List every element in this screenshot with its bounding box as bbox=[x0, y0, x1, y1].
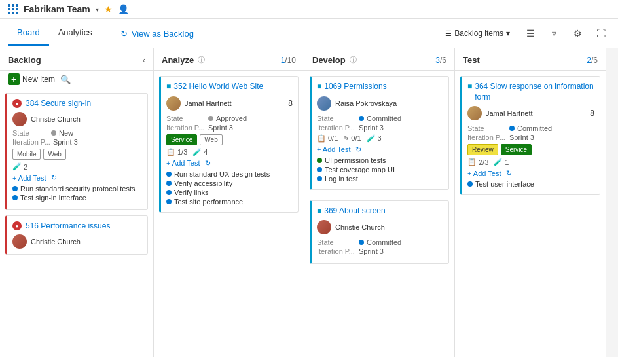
card-1069-avatar-row: Raisa Pokrovskaya bbox=[317, 96, 443, 111]
item-384-state-field: State New bbox=[12, 129, 142, 137]
develop-current: 3 bbox=[435, 56, 440, 65]
card-352-header: ■ 352 Hello World Web Site bbox=[166, 82, 293, 92]
column-test: Test 2/6 ■ 364 Slow response on informat… bbox=[455, 48, 606, 357]
search-icon[interactable]: 🔍 bbox=[60, 75, 71, 84]
test-label-352-3: Verify links bbox=[174, 189, 209, 196]
add-test-364[interactable]: + Add Test bbox=[467, 170, 501, 177]
team-members-icon[interactable]: 👤 bbox=[118, 4, 129, 14]
card-352-num: 8 bbox=[288, 99, 293, 108]
state-dot-384 bbox=[51, 130, 56, 136]
iter-value-352: Sprint 3 bbox=[208, 124, 233, 132]
story-icon-1069: ■ bbox=[317, 82, 321, 91]
test-1069-3: Log in test bbox=[317, 175, 443, 183]
view-as-icon: ↻ bbox=[120, 29, 128, 39]
analyze-title-area: Analyze ⓘ bbox=[162, 55, 205, 65]
story-num-1069: 0/1 bbox=[328, 134, 338, 142]
story-icon-count-352: 📋 bbox=[166, 148, 175, 156]
backlog-title: Backlog bbox=[8, 55, 41, 65]
flask-icon-card-364: 🧪 bbox=[494, 158, 503, 166]
state-value-369: Committed bbox=[367, 238, 401, 246]
card-352-state-field: State Approved bbox=[166, 115, 293, 122]
test-dot-1069-3 bbox=[317, 176, 322, 181]
test-352-2: Verify accessibility bbox=[166, 179, 293, 187]
card-369-state-field: State Committed bbox=[317, 238, 443, 246]
item-384-title[interactable]: 384 Secure sign-in bbox=[26, 99, 91, 108]
tag-review-364: Review bbox=[467, 144, 498, 155]
redirect-1069[interactable]: ↻ bbox=[355, 145, 361, 154]
nav-analytics[interactable]: Analytics bbox=[49, 21, 101, 46]
redirect-384[interactable]: ↻ bbox=[51, 173, 57, 182]
flask-count-card-352: 🧪 4 bbox=[192, 148, 208, 156]
test-counter: 2/6 bbox=[587, 56, 598, 65]
card-364-actions: + Add Test ↻ bbox=[467, 169, 594, 177]
state-dot-369 bbox=[359, 240, 364, 245]
card-364-tags: Review Service bbox=[467, 144, 594, 155]
card-364-title[interactable]: 364 Slow response on information form bbox=[475, 82, 594, 102]
backlog-collapse-icon[interactable]: ‹ bbox=[143, 56, 145, 65]
team-name[interactable]: Fabrikam Team bbox=[24, 4, 90, 14]
column-develop: Develop ⓘ 3/6 ■ 1069 Permissions Raisa P… bbox=[304, 48, 455, 357]
card-369-assignee: Christie Church bbox=[317, 220, 385, 234]
test-label-384-2: Test sign-in interface bbox=[20, 194, 86, 202]
avatar-raisa-1069 bbox=[317, 96, 331, 111]
test-label-352-2: Verify accessibility bbox=[174, 179, 232, 187]
flask-count-card-1069: 🧪 3 bbox=[367, 134, 382, 143]
nav-board[interactable]: Board bbox=[8, 21, 49, 46]
board-container: Backlog ‹ + New item 🔍 ● 384 Secure sign… bbox=[0, 48, 618, 357]
fullscreen-icon-btn[interactable]: ⛶ bbox=[592, 24, 610, 43]
card-364-state-field: State Committed bbox=[467, 124, 594, 132]
filter-icon-btn[interactable]: ▿ bbox=[545, 24, 563, 43]
analyze-info-icon[interactable]: ⓘ bbox=[198, 55, 205, 65]
test-352-4: Test site performance bbox=[166, 198, 293, 206]
card-364-avatar-row: Jamal Hartnett 8 bbox=[467, 106, 594, 120]
develop-counter: 3/6 bbox=[435, 56, 446, 65]
tag-mobile-384: Mobile bbox=[12, 149, 41, 160]
flask-count-card-364: 🧪 1 bbox=[494, 158, 509, 166]
test-352-3: Verify links bbox=[166, 189, 293, 196]
develop-info-icon[interactable]: ⓘ bbox=[350, 55, 357, 65]
develop-header: Develop ⓘ 3/6 bbox=[304, 48, 454, 71]
item-384-tags: Mobile Web bbox=[12, 149, 142, 160]
card-1069-iter-field: Iteration P... Sprint 3 bbox=[317, 124, 443, 132]
card-352-assignee: Jamal Hartnett bbox=[166, 96, 232, 111]
item-384-header: ● 384 Secure sign-in bbox=[12, 99, 142, 108]
assignee-jamal-352: Jamal Hartnett bbox=[185, 100, 232, 107]
view-as-backlog-btn[interactable]: ↻ View as Backlog bbox=[113, 24, 202, 44]
test-1069-1: UI permission tests bbox=[317, 156, 443, 164]
test-item-384-1: Run standard security protocol tests bbox=[12, 185, 142, 192]
redirect-364[interactable]: ↻ bbox=[506, 169, 512, 177]
iter-value-369: Sprint 3 bbox=[359, 247, 384, 255]
add-test-384[interactable]: + Add Test bbox=[12, 174, 46, 182]
story-num-364: 2/3 bbox=[479, 158, 488, 166]
column-analyze: Analyze ⓘ 1/10 ■ 352 Hello World Web Sit… bbox=[154, 48, 304, 357]
new-item-btn[interactable]: + New item bbox=[8, 73, 55, 85]
item-384-iteration-field: Iteration P... Sprint 3 bbox=[12, 138, 142, 146]
backlog-items-btn[interactable]: ☰ Backlog items ▾ bbox=[439, 26, 516, 41]
gear-icon-btn[interactable]: ⚙ bbox=[568, 24, 587, 43]
backlog-header: Backlog ‹ bbox=[0, 48, 153, 71]
item-384-tests: Run standard security protocol tests Tes… bbox=[12, 185, 142, 202]
tag-service-352: Service bbox=[166, 134, 197, 145]
iter-value-364: Sprint 3 bbox=[509, 134, 534, 141]
avatar-jamal-352 bbox=[166, 96, 181, 111]
card-369-title[interactable]: 369 About screen bbox=[324, 206, 385, 217]
card-1069-state-field: State Committed bbox=[317, 115, 443, 122]
settings-icon-btn[interactable]: ☰ bbox=[521, 24, 539, 43]
pencil-icon-1069: ✎ bbox=[343, 134, 349, 143]
add-test-352[interactable]: + Add Test bbox=[166, 159, 200, 167]
add-test-1069[interactable]: + Add Test bbox=[317, 145, 350, 153]
card-352-title[interactable]: 352 Hello World Web Site bbox=[173, 82, 263, 92]
test-dot-384-1 bbox=[12, 186, 18, 191]
test-label-1069-2: Test coverage map UI bbox=[325, 166, 395, 173]
favorite-icon[interactable]: ★ bbox=[104, 4, 113, 14]
analyze-current: 1 bbox=[281, 56, 285, 65]
item-516-title[interactable]: 516 Performance issues bbox=[26, 221, 110, 230]
card-1069-title[interactable]: 1069 Permissions bbox=[324, 82, 386, 92]
state-label-1069: State bbox=[317, 115, 356, 122]
team-dropdown-icon[interactable]: ▾ bbox=[96, 6, 99, 13]
test-label-364-1: Test user interface bbox=[475, 180, 534, 188]
iter-label-352: Iteration P... bbox=[166, 124, 206, 132]
flask-icon-384: 🧪 bbox=[12, 162, 22, 171]
redirect-352[interactable]: ↻ bbox=[205, 159, 211, 168]
test-label-352-1: Run standard UX design tests bbox=[174, 170, 270, 178]
